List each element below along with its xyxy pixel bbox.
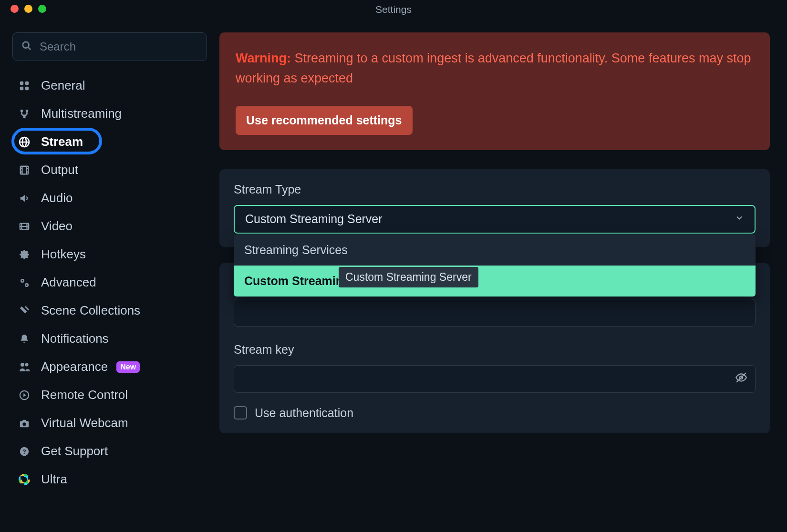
sidebar-item-get-support[interactable]: ? Get Support — [12, 439, 207, 463]
people-icon — [16, 361, 32, 373]
fork-icon — [16, 109, 32, 119]
stream-type-select[interactable]: Custom Streaming Server — [234, 205, 756, 234]
sidebar-item-scene-collections[interactable]: Scene Collections — [12, 298, 207, 323]
stream-type-dropdown: Streaming Services Custom Streaming Serv… — [234, 235, 756, 297]
use-authentication-checkbox[interactable] — [234, 406, 247, 419]
stream-type-option-custom-streaming-server[interactable]: Custom Streaming Server — [234, 266, 756, 297]
sidebar-item-video[interactable]: Video — [12, 214, 207, 238]
sidebar-item-hotkeys[interactable]: Hotkeys — [12, 242, 207, 266]
search-input[interactable] — [39, 40, 198, 54]
minimize-window-button[interactable] — [24, 5, 32, 13]
sidebar-item-advanced[interactable]: Advanced — [12, 270, 207, 295]
stream-type-option-streaming-services[interactable]: Streaming Services — [234, 235, 756, 266]
sidebar: General Multistreaming Stream Output — [0, 19, 219, 532]
bell-icon — [16, 334, 32, 344]
stream-type-value: Custom Streaming Server — [245, 212, 383, 226]
window-title: Settings — [375, 4, 412, 15]
ultra-icon — [16, 474, 32, 485]
camera-icon — [16, 418, 32, 429]
use-recommended-settings-button[interactable]: Use recommended settings — [236, 106, 413, 135]
svg-point-0 — [23, 42, 29, 48]
window-controls — [10, 5, 46, 13]
layers-icon — [16, 306, 32, 316]
svg-rect-3 — [25, 81, 29, 84]
svg-point-26 — [26, 284, 28, 286]
speaker-icon — [16, 193, 32, 204]
eye-off-icon[interactable] — [735, 371, 747, 387]
sidebar-item-ultra[interactable]: Ultra — [12, 467, 207, 491]
film-icon — [16, 165, 32, 175]
svg-point-6 — [21, 109, 23, 112]
stream-type-tooltip: Custom Streaming Server — [339, 267, 478, 287]
search-icon — [21, 41, 32, 53]
svg-point-25 — [22, 280, 23, 281]
svg-text:?: ? — [22, 448, 26, 455]
svg-rect-12 — [21, 166, 29, 174]
chevron-down-icon — [735, 213, 744, 225]
sidebar-item-multistreaming[interactable]: Multistreaming — [12, 102, 207, 126]
main-content: Warning: Streaming to a custom ingest is… — [219, 19, 787, 532]
warning-text: Warning: Streaming to a custom ingest is… — [236, 49, 754, 89]
svg-point-7 — [26, 109, 29, 112]
sidebar-item-label: Stream — [41, 134, 83, 149]
stream-type-card: Stream Type Custom Streaming Server Stre… — [219, 169, 770, 247]
gears-icon — [16, 277, 32, 288]
globe-icon — [16, 136, 32, 148]
url-input-container[interactable] — [234, 299, 756, 327]
new-badge: New — [116, 361, 140, 373]
sidebar-item-label: Hotkeys — [41, 247, 86, 262]
sidebar-item-label: General — [41, 78, 85, 93]
svg-rect-4 — [20, 86, 23, 90]
sidebar-item-label: Video — [41, 219, 72, 234]
sidebar-item-virtual-webcam[interactable]: Virtual Webcam — [12, 411, 207, 435]
warning-banner: Warning: Streaming to a custom ingest is… — [219, 32, 770, 150]
sidebar-item-label: Ultra — [41, 472, 67, 487]
close-window-button[interactable] — [10, 5, 19, 13]
sidebar-item-label: Remote Control — [41, 388, 128, 402]
sidebar-item-remote-control[interactable]: Remote Control — [12, 383, 207, 407]
sidebar-item-label: Advanced — [41, 275, 96, 290]
maximize-window-button[interactable] — [38, 5, 46, 13]
sidebar-item-label: Audio — [41, 191, 73, 205]
gear-icon — [16, 249, 32, 260]
sidebar-item-label: Virtual Webcam — [41, 416, 128, 430]
sidebar-item-audio[interactable]: Audio — [12, 186, 207, 210]
sidebar-item-output[interactable]: Output — [12, 158, 207, 182]
sidebar-item-label: Multistreaming — [41, 106, 122, 121]
svg-line-1 — [28, 47, 31, 50]
warning-prefix: Warning: — [236, 51, 291, 65]
sidebar-item-notifications[interactable]: Notifications — [12, 327, 207, 351]
sidebar-item-general[interactable]: General — [12, 73, 207, 98]
use-authentication-row[interactable]: Use authentication — [234, 406, 756, 420]
search-container[interactable] — [12, 32, 207, 61]
help-icon: ? — [16, 446, 32, 457]
stream-key-label: Stream key — [234, 343, 756, 357]
play-icon — [16, 390, 32, 400]
titlebar: Settings — [0, 0, 787, 19]
sidebar-item-label: Get Support — [41, 444, 108, 459]
use-authentication-label: Use authentication — [255, 406, 353, 420]
warning-message: Streaming to a custom ingest is advanced… — [236, 51, 751, 85]
sidebar-item-label: Appearance — [41, 359, 108, 374]
sidebar-item-label: Output — [41, 163, 78, 177]
svg-point-28 — [25, 363, 29, 366]
stream-key-input[interactable] — [242, 372, 735, 386]
url-input[interactable] — [242, 306, 747, 319]
grid-icon — [16, 81, 32, 91]
sidebar-item-label: Notifications — [41, 331, 109, 346]
svg-point-30 — [22, 422, 26, 426]
sidebar-item-label: Scene Collections — [41, 303, 140, 318]
svg-rect-5 — [25, 86, 29, 90]
stream-type-label: Stream Type — [234, 183, 756, 196]
stream-key-input-container[interactable] — [234, 365, 756, 393]
svg-point-27 — [21, 363, 24, 367]
sidebar-item-stream[interactable]: Stream — [12, 130, 207, 154]
sidebar-item-appearance[interactable]: Appearance New — [12, 355, 207, 379]
film-icon — [16, 221, 32, 232]
svg-rect-2 — [20, 81, 23, 84]
svg-point-8 — [23, 115, 26, 118]
